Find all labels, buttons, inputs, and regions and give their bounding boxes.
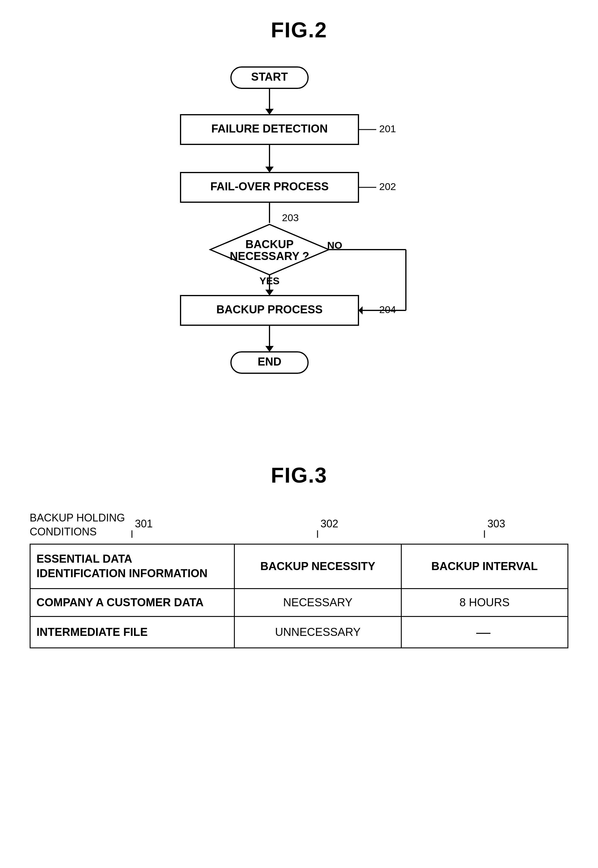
svg-text:302: 302 [320, 518, 338, 530]
header-col3: BACKUP INTERVAL [401, 544, 568, 589]
fig3-title: FIG.3 [0, 463, 598, 487]
row1-col2: NECESSARY [235, 589, 401, 616]
svg-text:202: 202 [379, 181, 396, 192]
fig2-title: FIG.2 [0, 0, 598, 42]
svg-text:FAILURE DETECTION: FAILURE DETECTION [211, 123, 327, 135]
svg-text:303: 303 [487, 518, 505, 530]
header-col2: BACKUP NECESSITY [235, 544, 401, 589]
svg-text:301: 301 [135, 518, 153, 530]
table-row-1: COMPANY A CUSTOMER DATA NECESSARY 8 HOUR… [30, 589, 568, 616]
svg-text:NECESSARY ?: NECESSARY ? [229, 250, 309, 262]
svg-text:203: 203 [282, 212, 299, 223]
svg-text:FAIL-OVER PROCESS: FAIL-OVER PROCESS [210, 180, 329, 193]
row2-col3: — [401, 616, 568, 648]
header-col1: ESSENTIAL DATAIDENTIFICATION INFORMATION [30, 544, 235, 589]
svg-text:204: 204 [379, 304, 396, 315]
svg-text:BACKUP: BACKUP [245, 238, 293, 251]
svg-text:END: END [257, 356, 281, 368]
row1-col1: COMPANY A CUSTOMER DATA [30, 589, 235, 616]
ref-brackets-svg: 301 302 303 [30, 511, 568, 544]
row2-col2: UNNECESSARY [235, 616, 401, 648]
svg-text:201: 201 [379, 123, 396, 134]
svg-marker-27 [265, 290, 274, 296]
svg-marker-9 [265, 109, 274, 115]
svg-text:START: START [251, 70, 288, 83]
row1-col3: 8 HOURS [401, 589, 568, 616]
table-header-row: ESSENTIAL DATAIDENTIFICATION INFORMATION… [30, 544, 568, 589]
svg-marker-15 [265, 167, 274, 173]
ref-labels-row: BACKUP HOLDINGCONDITIONS 301 302 303 [30, 511, 568, 544]
fig3-table: ESSENTIAL DATAIDENTIFICATION INFORMATION… [30, 544, 568, 648]
row2-col1: INTERMEDIATE FILE [30, 616, 235, 648]
fig3-table-section: BACKUP HOLDINGCONDITIONS 301 302 303 [30, 511, 568, 648]
svg-marker-36 [359, 306, 363, 315]
table-row-2: INTERMEDIATE FILE UNNECESSARY — [30, 616, 568, 648]
fig2-flowchart: .fc-text { font-family: Arial, sans-seri… [121, 54, 477, 439]
svg-text:BACKUP PROCESS: BACKUP PROCESS [216, 303, 322, 316]
svg-marker-38 [265, 346, 274, 352]
